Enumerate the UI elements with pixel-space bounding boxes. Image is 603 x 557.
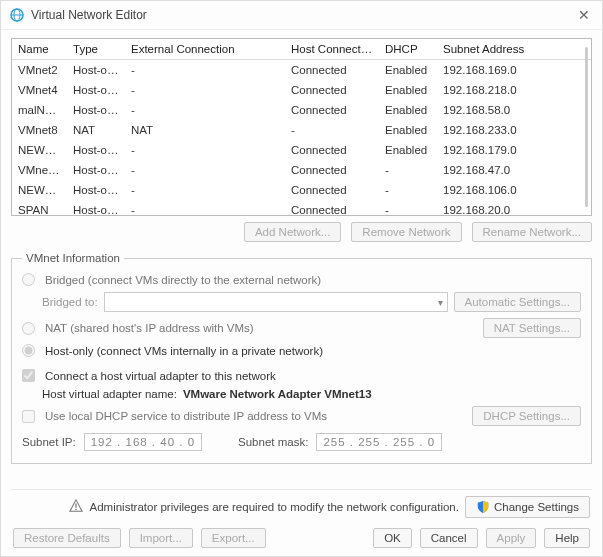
- subnet-mask-field[interactable]: 255 . 255 . 255 . 0: [316, 433, 442, 451]
- subnet-ip-field[interactable]: 192 . 168 . 40 . 0: [84, 433, 202, 451]
- automatic-settings-button[interactable]: Automatic Settings...: [454, 292, 581, 312]
- bridged-row: Bridged (connect VMs directly to the ext…: [22, 270, 581, 289]
- cell-ext: NAT: [125, 120, 285, 140]
- cell-name: NEW_H...: [12, 180, 67, 200]
- change-settings-label: Change Settings: [494, 501, 579, 513]
- adapter-name-row: Host virtual adapter name: VMware Networ…: [42, 385, 581, 403]
- bridged-to-dropdown[interactable]: ▾: [104, 292, 448, 312]
- window-title: Virtual Network Editor: [31, 8, 574, 22]
- import-button[interactable]: Import...: [129, 528, 193, 548]
- cell-dhcp: Enabled: [379, 120, 437, 140]
- cell-sub: 192.168.233.0: [437, 120, 547, 140]
- change-settings-button[interactable]: Change Settings: [465, 496, 590, 518]
- connect-adapter-row: Connect a host virtual adapter to this n…: [22, 366, 581, 385]
- cell-type: Host-only: [67, 160, 125, 180]
- cell-host: Connected: [285, 160, 379, 180]
- export-button[interactable]: Export...: [201, 528, 266, 548]
- table-header: Name Type External Connection Host Conne…: [12, 39, 591, 60]
- cell-sub: 192.168.179.0: [437, 140, 547, 160]
- table-body: VMnet2Host-only-ConnectedEnabled192.168.…: [12, 60, 591, 216]
- titlebar: Virtual Network Editor ✕: [1, 1, 602, 30]
- cell-dhcp: Enabled: [379, 80, 437, 100]
- cell-host: Connected: [285, 80, 379, 100]
- col-host[interactable]: Host Connection: [285, 39, 379, 59]
- networks-table: Name Type External Connection Host Conne…: [11, 38, 592, 216]
- cell-ext: -: [125, 180, 285, 200]
- cell-dhcp: Enabled: [379, 140, 437, 160]
- table-row[interactable]: VMnet2Host-only-ConnectedEnabled192.168.…: [12, 60, 591, 80]
- table-row[interactable]: NEW_S...Host-only-ConnectedEnabled192.16…: [12, 140, 591, 160]
- nat-row: NAT (shared host's IP address with VMs) …: [22, 315, 581, 341]
- bridged-to-row: Bridged to: ▾ Automatic Settings...: [42, 289, 581, 315]
- cell-ext: -: [125, 200, 285, 216]
- admin-note-text: Administrator privileges are required to…: [89, 501, 458, 513]
- bridged-to-label: Bridged to:: [42, 296, 98, 308]
- table-buttons: Add Network... Remove Network Rename Net…: [11, 216, 592, 252]
- cell-name: VMnet8: [12, 120, 67, 140]
- nat-radio[interactable]: [22, 322, 35, 335]
- col-name[interactable]: Name: [12, 39, 67, 59]
- rename-network-button[interactable]: Rename Network...: [472, 222, 592, 242]
- cell-name: NEW_S...: [12, 140, 67, 160]
- nat-settings-button[interactable]: NAT Settings...: [483, 318, 581, 338]
- table-row[interactable]: SPANHost-only-Connected-192.168.20.0: [12, 200, 591, 216]
- subnet-row: Subnet IP: 192 . 168 . 40 . 0 Subnet mas…: [22, 429, 581, 453]
- table-row[interactable]: VMnet4Host-only-ConnectedEnabled192.168.…: [12, 80, 591, 100]
- col-dhcp[interactable]: DHCP: [379, 39, 437, 59]
- cell-type: Host-only: [67, 200, 125, 216]
- cell-type: Host-only: [67, 80, 125, 100]
- ok-button[interactable]: OK: [373, 528, 412, 548]
- cell-name: VMnet2: [12, 60, 67, 80]
- nat-label: NAT (shared host's IP address with VMs): [45, 322, 477, 334]
- cell-sub: 192.168.58.0: [437, 100, 547, 120]
- hostonly-radio[interactable]: [22, 344, 35, 357]
- app-icon: [9, 7, 25, 23]
- cell-host: Connected: [285, 100, 379, 120]
- cell-sub: 192.168.106.0: [437, 180, 547, 200]
- cell-sub: 192.168.218.0: [437, 80, 547, 100]
- bridged-label: Bridged (connect VMs directly to the ext…: [45, 274, 581, 286]
- scrollbar[interactable]: [585, 47, 588, 207]
- content-area: Name Type External Connection Host Conne…: [1, 30, 602, 556]
- cancel-button[interactable]: Cancel: [420, 528, 478, 548]
- table-row[interactable]: malNet...Host-only-ConnectedEnabled192.1…: [12, 100, 591, 120]
- svg-point-4: [76, 509, 78, 511]
- window: Virtual Network Editor ✕ Name Type Exter…: [0, 0, 603, 557]
- shield-icon: [476, 500, 490, 514]
- table-row[interactable]: NEW_H...Host-only-Connected-192.168.106.…: [12, 180, 591, 200]
- cell-name: VMnet4: [12, 80, 67, 100]
- add-network-button[interactable]: Add Network...: [244, 222, 341, 242]
- subnet-mask-label: Subnet mask:: [238, 436, 308, 448]
- chevron-down-icon: ▾: [438, 297, 443, 308]
- use-dhcp-label: Use local DHCP service to distribute IP …: [45, 410, 466, 422]
- table-row[interactable]: VMnet8NATNAT-Enabled192.168.233.0: [12, 120, 591, 140]
- connect-adapter-checkbox[interactable]: [22, 369, 35, 382]
- restore-defaults-button[interactable]: Restore Defaults: [13, 528, 121, 548]
- cell-name: VMnet10: [12, 160, 67, 180]
- warning-icon: [69, 499, 83, 515]
- table-row[interactable]: VMnet10Host-only-Connected-192.168.47.0: [12, 160, 591, 180]
- cell-type: Host-only: [67, 60, 125, 80]
- adapter-name-label: Host virtual adapter name:: [42, 388, 177, 400]
- cell-host: -: [285, 120, 379, 140]
- footer-buttons: Restore Defaults Import... Export... OK …: [11, 524, 592, 550]
- help-button[interactable]: Help: [544, 528, 590, 548]
- cell-dhcp: -: [379, 180, 437, 200]
- use-dhcp-checkbox[interactable]: [22, 410, 35, 423]
- cell-host: Connected: [285, 60, 379, 80]
- hostonly-row: Host-only (connect VMs internally in a p…: [22, 341, 581, 360]
- cell-sub: 192.168.169.0: [437, 60, 547, 80]
- cell-dhcp: Enabled: [379, 60, 437, 80]
- bridged-radio[interactable]: [22, 273, 35, 286]
- remove-network-button[interactable]: Remove Network: [351, 222, 461, 242]
- apply-button[interactable]: Apply: [486, 528, 537, 548]
- close-icon[interactable]: ✕: [574, 7, 594, 23]
- use-dhcp-row: Use local DHCP service to distribute IP …: [22, 403, 581, 429]
- adapter-name-value: VMware Network Adapter VMnet13: [183, 388, 372, 400]
- cell-ext: -: [125, 60, 285, 80]
- col-ext[interactable]: External Connection: [125, 39, 285, 59]
- cell-ext: -: [125, 100, 285, 120]
- col-type[interactable]: Type: [67, 39, 125, 59]
- dhcp-settings-button[interactable]: DHCP Settings...: [472, 406, 581, 426]
- col-sub[interactable]: Subnet Address: [437, 39, 547, 59]
